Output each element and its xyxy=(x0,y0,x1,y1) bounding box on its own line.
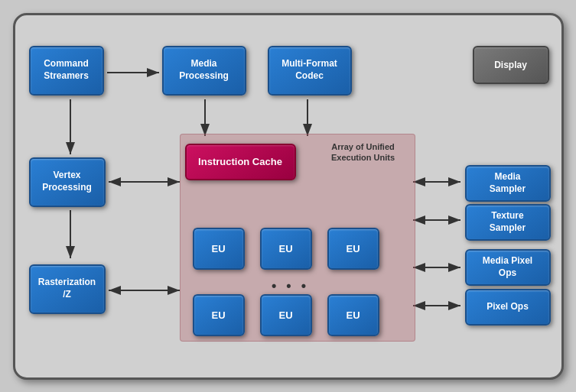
display-box: Display xyxy=(473,46,549,84)
rasterization-box: Rasterization/Z xyxy=(29,264,106,314)
diagram-container: CommandStreamers MediaProcessing Multi-F… xyxy=(13,13,564,380)
media-pixel-ops-box: Media PixelOps xyxy=(465,249,551,286)
media-processing-box: MediaProcessing xyxy=(162,46,246,96)
dots-label: • • • xyxy=(237,277,344,295)
vertex-processing-box: VertexProcessing xyxy=(29,157,106,207)
media-sampler-box: MediaSampler xyxy=(465,165,551,202)
texture-sampler-box: TextureSampler xyxy=(465,204,551,241)
eu-box-1: EU xyxy=(193,228,245,270)
eu-box-5: EU xyxy=(260,294,312,336)
command-streamers-box: CommandStreamers xyxy=(29,46,104,96)
instruction-cache-box: Instruction Cache xyxy=(185,144,296,180)
multi-format-codec-box: Multi-FormatCodec xyxy=(268,46,352,96)
eu-box-3: EU xyxy=(327,228,379,270)
eu-box-6: EU xyxy=(327,294,379,336)
eu-box-4: EU xyxy=(193,294,245,336)
pixel-ops-box: Pixel Ops xyxy=(465,289,551,326)
array-label: Array of UnifiedExecution Units xyxy=(314,141,413,164)
eu-box-2: EU xyxy=(260,228,312,270)
